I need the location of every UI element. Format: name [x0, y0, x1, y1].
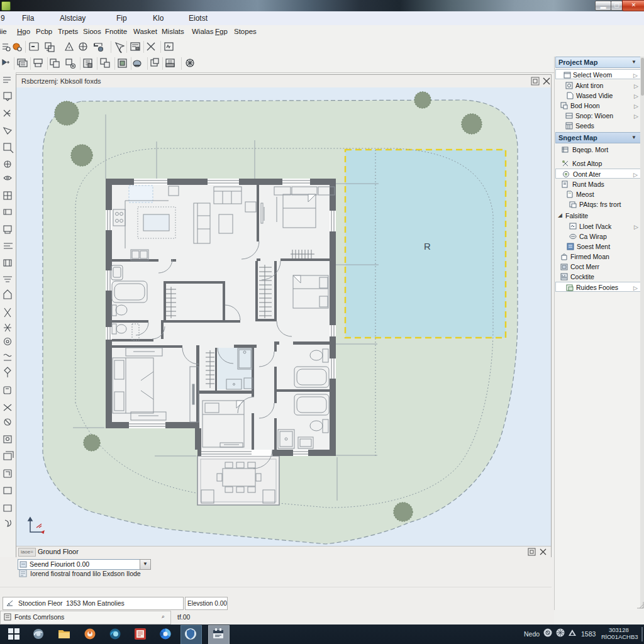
svg-text:R: R: [424, 241, 431, 252]
